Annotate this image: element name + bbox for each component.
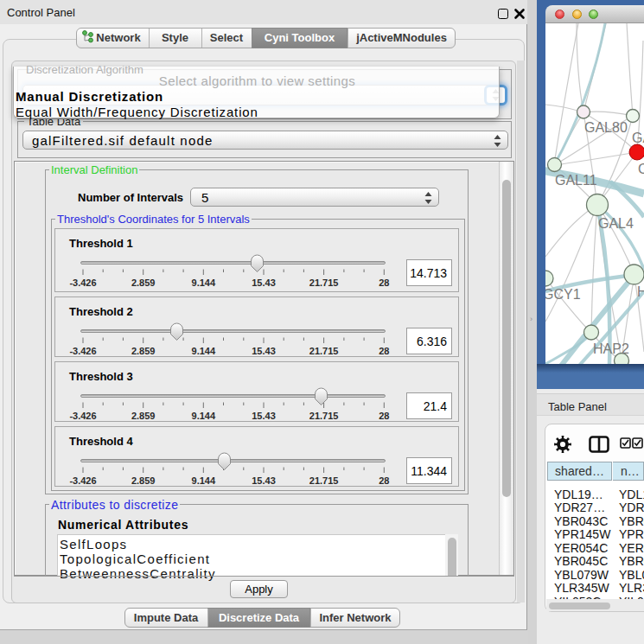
svg-text:GA: GA xyxy=(632,131,644,145)
svg-text:H: H xyxy=(637,284,644,299)
svg-text:GCY1: GCY1 xyxy=(545,287,581,302)
svg-text:GAL4: GAL4 xyxy=(598,216,634,231)
svg-text:GAL11: GAL11 xyxy=(555,173,597,188)
svg-text:GAL80: GAL80 xyxy=(584,120,628,135)
svg-text:HAP2: HAP2 xyxy=(593,341,629,356)
svg-text:C: C xyxy=(638,162,644,176)
